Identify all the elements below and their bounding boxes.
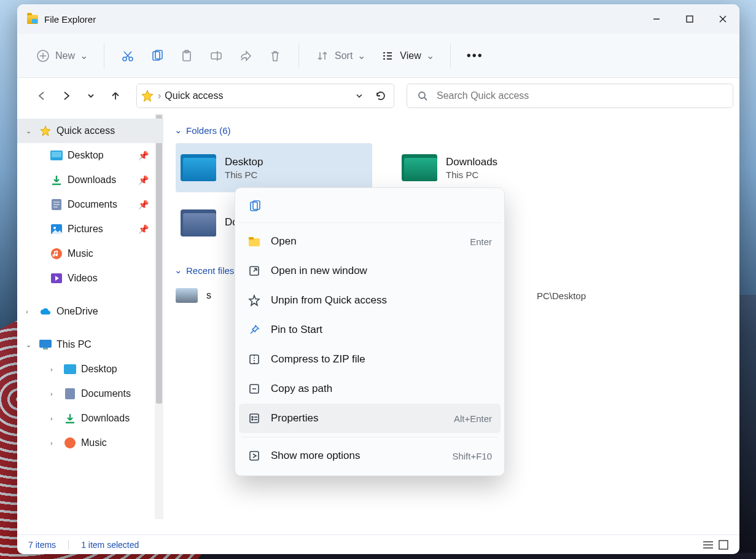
context-copy-button[interactable]: [244, 197, 266, 216]
folder-icon: [181, 209, 216, 237]
sidebar-item-videos[interactable]: Videos: [17, 266, 163, 291]
pin-icon: 📌: [138, 150, 149, 160]
sidebar-pc-documents[interactable]: ›Documents: [17, 381, 163, 406]
cut-button[interactable]: [114, 45, 141, 67]
chevron-right-icon: ›: [50, 439, 59, 447]
star-icon: [141, 89, 154, 103]
context-item-open-in-new-window[interactable]: Open in new window: [239, 256, 501, 286]
context-item-label: Properties: [271, 412, 318, 424]
thumbnails-view-button[interactable]: [719, 540, 728, 550]
svg-rect-50: [249, 237, 254, 240]
star-icon: [39, 125, 52, 137]
thumbnail-icon: [176, 288, 198, 303]
pictures-icon: [50, 223, 63, 235]
ellipsis-icon: •••: [467, 49, 483, 63]
context-item-label: Copy as path: [271, 383, 332, 395]
close-button[interactable]: [706, 4, 739, 34]
sidebar-item-desktop[interactable]: Desktop📌: [17, 143, 163, 168]
pin-icon: [247, 323, 261, 337]
breadcrumb-separator-icon: ›: [158, 90, 161, 101]
downloads-icon: [50, 174, 63, 186]
chevron-down-icon: ⌄: [26, 127, 34, 135]
downloads-icon: [64, 412, 76, 424]
folder-name: Desktop: [225, 156, 263, 168]
trash-icon: [268, 49, 283, 63]
folder-card-downloads[interactable]: Downloads This PC: [397, 143, 593, 192]
chevron-right-icon: ›: [50, 390, 59, 397]
monitor-icon: [39, 338, 52, 351]
cloud-icon: [39, 305, 52, 318]
sidebar-pc-desktop[interactable]: ›Desktop: [17, 357, 163, 381]
folder-subtitle: This PC: [225, 170, 263, 180]
context-item-unpin-from-quick-access[interactable]: Unpin from Quick access: [239, 286, 501, 315]
documents-icon: [50, 198, 63, 211]
copy-button[interactable]: [144, 45, 171, 67]
svg-rect-40: [64, 364, 76, 374]
folder-icon: [247, 235, 261, 248]
view-button[interactable]: View ⌄: [374, 45, 440, 67]
context-item-label: Open in new window: [271, 265, 367, 277]
up-button[interactable]: [106, 86, 125, 106]
search-box[interactable]: [407, 84, 733, 108]
sidebar-quick-access[interactable]: ⌄ Quick access: [17, 119, 163, 143]
context-item-properties[interactable]: Properties Alt+Enter: [239, 404, 501, 433]
props-icon: [247, 412, 261, 425]
refresh-button[interactable]: [372, 90, 390, 101]
svg-rect-56: [250, 414, 259, 423]
context-item-compress-to-zip-file[interactable]: Compress to ZIP file: [239, 345, 501, 374]
music-icon: [50, 248, 63, 260]
sidebar-item-documents[interactable]: Documents📌: [17, 192, 163, 217]
context-menu: Open Enter Open in new window Unpin from…: [235, 187, 505, 476]
pin-icon: 📌: [138, 224, 149, 234]
folder-icon: [402, 154, 437, 181]
context-item-label: Unpin from Quick access: [271, 294, 387, 307]
sidebar-pc-music[interactable]: ›Music: [17, 431, 163, 455]
clipboard-icon: [179, 49, 194, 63]
details-view-button[interactable]: [703, 540, 714, 550]
minimize-button[interactable]: [640, 4, 673, 34]
window-title: File Explorer: [44, 14, 96, 25]
pin-icon: 📌: [138, 175, 149, 185]
sidebar-item-music[interactable]: Music: [17, 241, 163, 266]
address-dropdown-button[interactable]: [351, 92, 368, 100]
svg-marker-52: [249, 295, 259, 305]
chevron-down-icon: ⌄: [174, 125, 182, 136]
paste-button[interactable]: [173, 45, 200, 67]
recent-locations-button[interactable]: [81, 86, 101, 106]
more-button[interactable]: •••: [461, 45, 489, 66]
rename-button[interactable]: [203, 45, 230, 67]
sidebar-pc-downloads[interactable]: ›Downloads: [17, 406, 163, 431]
svg-rect-61: [250, 452, 259, 460]
sidebar-this-pc[interactable]: ⌄ This PC: [17, 332, 163, 357]
svg-rect-38: [39, 340, 52, 348]
sidebar-item-pictures[interactable]: Pictures📌: [17, 217, 163, 241]
context-item-label: Show more options: [271, 450, 360, 462]
rename-icon: [209, 49, 224, 63]
chevron-down-icon: ⌄: [174, 265, 182, 276]
delete-button[interactable]: [262, 45, 289, 67]
new-button[interactable]: New ⌄: [29, 45, 94, 67]
svg-point-42: [64, 437, 76, 448]
chevron-down-icon: ⌄: [426, 50, 434, 61]
address-bar[interactable]: › Quick access: [136, 84, 394, 108]
sidebar-item-downloads[interactable]: Downloads📌: [17, 168, 163, 192]
svg-marker-26: [41, 126, 50, 136]
share-button[interactable]: [232, 45, 259, 67]
sidebar-onedrive[interactable]: › OneDrive: [17, 299, 163, 324]
chevron-down-icon: ⌄: [357, 50, 365, 61]
forward-button[interactable]: [57, 86, 76, 106]
copy-icon: [150, 49, 165, 63]
back-button[interactable]: [32, 86, 52, 106]
search-input[interactable]: [437, 90, 723, 101]
folder-card-desktop[interactable]: Desktop This PC: [176, 143, 372, 192]
folder-icon: [181, 154, 216, 181]
context-item-copy-as-path[interactable]: Copy as path: [239, 374, 501, 404]
sort-icon: [315, 49, 330, 63]
folders-section-header[interactable]: ⌄ Folders (6): [174, 125, 733, 136]
sort-button[interactable]: Sort ⌄: [309, 45, 372, 67]
context-item-open[interactable]: Open Enter: [239, 227, 501, 256]
context-item-pin-to-start[interactable]: Pin to Start: [239, 315, 501, 345]
sidebar-label: Quick access: [57, 125, 115, 136]
context-show-more-options[interactable]: Show more options Shift+F10: [239, 441, 501, 471]
maximize-button[interactable]: [673, 4, 706, 34]
